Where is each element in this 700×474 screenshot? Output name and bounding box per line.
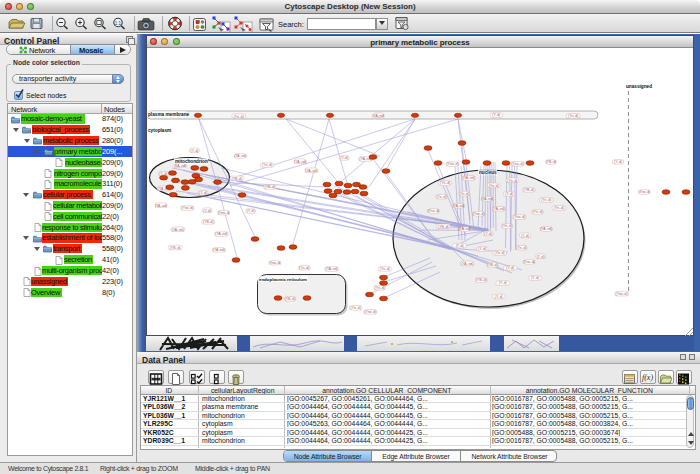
svg-text:(Y..d): (Y..d) xyxy=(499,281,507,285)
svg-text:unassigned: unassigned xyxy=(626,84,652,89)
svg-text:(Yn..d): (Yn..d) xyxy=(440,181,450,185)
svg-text:(YA..nd): (YA..nd) xyxy=(155,204,167,208)
svg-text:cytoplasm: cytoplasm xyxy=(148,128,171,133)
svg-text:(Yno..d): (Yno..d) xyxy=(473,212,485,216)
svg-text:(Yn..d): (Yn..d) xyxy=(541,198,551,202)
svg-text:(Yn..d): (Yn..d) xyxy=(554,206,564,210)
svg-text:(YA..nd): (YA..nd) xyxy=(213,248,225,252)
svg-text:(Yno..d): (Yno..d) xyxy=(181,206,193,210)
svg-text:(YA..nd): (YA..nd) xyxy=(305,169,317,173)
svg-text:(Yno..d): (Yno..d) xyxy=(427,209,439,213)
svg-text:(YA..nd): (YA..nd) xyxy=(234,154,246,158)
svg-text:(Yn..d): (Yn..d) xyxy=(380,267,390,271)
svg-text:(Y..d): (Y..d) xyxy=(199,191,207,195)
svg-text:(YA..nd): (YA..nd) xyxy=(459,227,471,231)
svg-text:(YA..nd): (YA..nd) xyxy=(493,207,505,211)
svg-text:(Y..d): (Y..d) xyxy=(521,234,529,238)
svg-text:(Yno..d): (Yno..d) xyxy=(511,162,523,166)
svg-text:(Yno..d): (Yno..d) xyxy=(269,261,281,265)
svg-text:(Yn..d): (Yn..d) xyxy=(533,210,543,214)
svg-text:(Yn..d): (Yn..d) xyxy=(516,246,526,250)
svg-text:(Y..d): (Y..d) xyxy=(495,295,503,299)
svg-text:(YA..nd): (YA..nd) xyxy=(174,164,186,168)
svg-text:(Yn..d): (Yn..d) xyxy=(351,306,361,310)
svg-text:(YA..nd): (YA..nd) xyxy=(461,262,473,266)
svg-text:(Yno..d): (Yno..d) xyxy=(513,215,525,219)
svg-text:(Yn..d): (Yn..d) xyxy=(568,114,578,118)
svg-text:(YB..d): (YB..d) xyxy=(438,225,449,229)
svg-text:(Y..d): (Y..d) xyxy=(203,209,211,213)
svg-text:(Y..d): (Y..d) xyxy=(614,160,622,164)
svg-text:(YA..nd): (YA..nd) xyxy=(453,204,465,208)
svg-text:(YB..d): (YB..d) xyxy=(232,177,243,181)
svg-text:(Yn..d): (Yn..d) xyxy=(489,184,499,188)
svg-text:endoplasmic reticulum: endoplasmic reticulum xyxy=(259,277,307,282)
svg-text:(Yn..d): (Yn..d) xyxy=(436,195,446,199)
svg-text:(YA..nd): (YA..nd) xyxy=(326,267,338,271)
svg-text:(YA..nd): (YA..nd) xyxy=(294,160,306,164)
svg-text:(Y..d): (Y..d) xyxy=(340,156,348,160)
svg-text:(Yn..d): (Yn..d) xyxy=(507,179,517,183)
svg-text:(Y..d): (Y..d) xyxy=(506,266,514,270)
svg-text:(Yn..d): (Yn..d) xyxy=(234,115,244,119)
svg-text:(YB..d): (YB..d) xyxy=(476,278,487,282)
svg-text:(Yn..d): (Yn..d) xyxy=(299,266,309,270)
svg-text:(YB..d): (YB..d) xyxy=(170,246,181,250)
svg-text:(Y..d): (Y..d) xyxy=(478,247,486,251)
svg-text:(Y..d): (Y..d) xyxy=(492,113,500,117)
svg-text:(Yn..d): (Yn..d) xyxy=(262,163,272,167)
svg-text:(Yn..d): (Yn..d) xyxy=(495,251,505,255)
svg-text:(YB..d): (YB..d) xyxy=(265,185,276,189)
svg-text:(YB..d): (YB..d) xyxy=(203,220,214,224)
svg-text:(Yn..d): (Yn..d) xyxy=(375,286,385,290)
svg-text:(YB..d): (YB..d) xyxy=(487,263,498,267)
svg-text:(YA..nd): (YA..nd) xyxy=(481,197,493,201)
svg-text:(Yno..d): (Yno..d) xyxy=(523,260,535,264)
svg-text:(YB..d): (YB..d) xyxy=(546,160,557,164)
svg-text:(Yno..d): (Yno..d) xyxy=(638,190,650,194)
svg-text:(Y..d): (Y..d) xyxy=(247,209,255,213)
svg-text:(Y..d): (Y..d) xyxy=(531,276,539,280)
svg-text:(Yno..d): (Yno..d) xyxy=(364,310,376,314)
svg-text:(Y..d): (Y..d) xyxy=(456,244,464,248)
svg-text:(Y..d): (Y..d) xyxy=(505,192,513,196)
svg-text:plasma membrane: plasma membrane xyxy=(148,112,190,117)
svg-text:(YA..nd): (YA..nd) xyxy=(372,114,384,118)
svg-text:(YA..nd): (YA..nd) xyxy=(540,227,552,231)
svg-text:(YB..d): (YB..d) xyxy=(285,297,296,301)
svg-text:(Yn..d): (Yn..d) xyxy=(502,224,512,228)
svg-text:1:1: 1:1 xyxy=(115,21,122,26)
svg-text:(Y..d): (Y..d) xyxy=(191,149,199,153)
svg-text:(YA..nd): (YA..nd) xyxy=(215,232,227,236)
svg-text:(Yno..d): (Yno..d) xyxy=(218,211,230,215)
svg-text:(YB..d): (YB..d) xyxy=(524,188,535,192)
svg-text:(Yn..d): (Yn..d) xyxy=(459,192,469,196)
svg-text:(Yno..d): (Yno..d) xyxy=(616,292,628,296)
svg-text:(Y..d): (Y..d) xyxy=(484,232,492,236)
svg-text:(YA..nd): (YA..nd) xyxy=(463,176,475,180)
svg-text:(YA..nd): (YA..nd) xyxy=(172,228,184,232)
svg-text:(Yno..d): (Yno..d) xyxy=(446,162,458,166)
svg-text:(Y..d): (Y..d) xyxy=(537,255,545,259)
